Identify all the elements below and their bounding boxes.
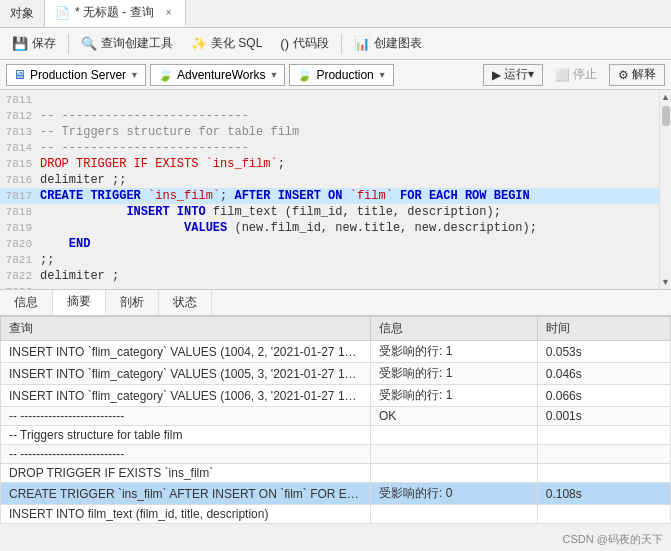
cell-time [537, 505, 670, 524]
cell-query: -- Triggers structure for table film [1, 426, 371, 445]
tab-profile[interactable]: 剖析 [106, 290, 159, 315]
query-builder-button[interactable]: 🔍 查询创建工具 [73, 32, 181, 55]
table-row: INSERT INTO `flim_category` VALUES (1006… [1, 385, 671, 407]
tab-close-btn[interactable]: × [163, 6, 175, 19]
tab-status[interactable]: 状态 [159, 290, 212, 315]
cell-time: 0.046s [537, 363, 670, 385]
database-icon: 🍃 [157, 67, 173, 82]
tab-objects[interactable]: 对象 [0, 0, 45, 27]
create-chart-button[interactable]: 📊 创建图表 [346, 32, 430, 55]
code-snippet-icon: () [280, 36, 289, 51]
table-row: INSERT INTO film_text (film_id, title, d… [1, 505, 671, 524]
result-tabs: 信息 摘要 剖析 状态 [0, 290, 671, 316]
schema-icon: 🍃 [296, 67, 312, 82]
code-editor[interactable]: 7811 7812 -- -------------------------- … [0, 90, 659, 289]
table-header-row: 查询 信息 时间 [1, 317, 671, 341]
table-row: CREATE TRIGGER `ins_film` AFTER INSERT O… [1, 483, 671, 505]
cell-query: DROP TRIGGER IF EXISTS `ins_film` [1, 464, 371, 483]
cell-info: OK [371, 407, 538, 426]
col-info-header: 信息 [371, 317, 538, 341]
explain-button[interactable]: ⚙ 解释 [609, 64, 665, 86]
cell-info [371, 464, 538, 483]
col-time-header: 时间 [537, 317, 670, 341]
code-snippet-button[interactable]: () 代码段 [272, 32, 337, 55]
panels: 7811 7812 -- -------------------------- … [0, 90, 671, 551]
code-line-7811: 7811 [0, 92, 659, 108]
cell-time: 0.108s [537, 483, 670, 505]
cell-time: 0.001s [537, 407, 670, 426]
table-row: INSERT INTO `flim_category` VALUES (1004… [1, 341, 671, 363]
cell-query: INSERT INTO `flim_category` VALUES (1005… [1, 363, 371, 385]
stop-icon: ⬜ [555, 68, 570, 82]
cell-info: 受影响的行: 1 [371, 385, 538, 407]
run-button[interactable]: ▶ 运行▾ [483, 64, 543, 86]
cell-query: -- -------------------------- [1, 445, 371, 464]
scroll-up-arrow[interactable]: ▲ [661, 90, 670, 104]
main-container: 对象 📄 * 无标题 - 查询 × 💾 保存 🔍 查询创建工具 ✨ 美化 SQL… [0, 0, 671, 551]
editor-scrollbar[interactable]: ▲ ▼ [659, 90, 671, 289]
code-line-7813: 7813 -- Triggers structure for table fil… [0, 124, 659, 140]
editor-scroll[interactable]: 7811 7812 -- -------------------------- … [0, 90, 671, 289]
table-row: -- -------------------------- [1, 445, 671, 464]
connection-bar: 🖥 Production Server ▼ 🍃 AdventureWorks ▼… [0, 60, 671, 90]
tab-objects-label: 对象 [10, 5, 34, 22]
cell-time: 0.066s [537, 385, 670, 407]
code-line-7816: 7816 delimiter ;; [0, 172, 659, 188]
database-dropdown-arrow: ▼ [269, 70, 278, 80]
col-query-header: 查询 [1, 317, 371, 341]
cell-time [537, 426, 670, 445]
tab-info[interactable]: 信息 [0, 290, 53, 315]
schema-select[interactable]: 🍃 Production ▼ [289, 64, 393, 86]
cell-info: 受影响的行: 1 [371, 363, 538, 385]
run-icon: ▶ [492, 68, 501, 82]
table-row: INSERT INTO `flim_category` VALUES (1005… [1, 363, 671, 385]
server-icon: 🖥 [13, 67, 26, 82]
table-row: -- --------------------------OK0.001s [1, 407, 671, 426]
cell-time [537, 445, 670, 464]
cell-info: 受影响的行: 1 [371, 341, 538, 363]
code-line-7823: 7823 [0, 284, 659, 289]
scroll-down-arrow[interactable]: ▼ [661, 275, 670, 289]
beautify-button[interactable]: ✨ 美化 SQL [183, 32, 270, 55]
toolbar-sep-2 [341, 34, 342, 54]
code-line-7814: 7814 -- -------------------------- [0, 140, 659, 156]
cell-info: 受影响的行: 0 [371, 483, 538, 505]
schema-dropdown-arrow: ▼ [378, 70, 387, 80]
tab-query[interactable]: 📄 * 无标题 - 查询 × [45, 0, 186, 27]
result-panel: 信息 摘要 剖析 状态 查询 [0, 290, 671, 551]
save-icon: 💾 [12, 36, 28, 51]
beautify-icon: ✨ [191, 36, 207, 51]
code-line-7812: 7812 -- -------------------------- [0, 108, 659, 124]
result-area[interactable]: 查询 信息 时间 INSERT INTO `flim_category` VAL… [0, 316, 671, 551]
editor-panel: 7811 7812 -- -------------------------- … [0, 90, 671, 290]
server-dropdown-arrow: ▼ [130, 70, 139, 80]
code-line-7815: 7815 DROP TRIGGER IF EXISTS `ins_film`; [0, 156, 659, 172]
toolbar-sep-1 [68, 34, 69, 54]
scroll-thumb[interactable] [662, 106, 670, 126]
cell-query: INSERT INTO `flim_category` VALUES (1004… [1, 341, 371, 363]
tab-query-label: * 无标题 - 查询 [75, 4, 154, 21]
code-line-7821: 7821 ;; [0, 252, 659, 268]
save-button[interactable]: 💾 保存 [4, 32, 64, 55]
cell-query: INSERT INTO film_text (film_id, title, d… [1, 505, 371, 524]
cell-time: 0.053s [537, 341, 670, 363]
cell-info [371, 445, 538, 464]
code-line-7818: 7818 INSERT INTO film_text (film_id, tit… [0, 204, 659, 220]
database-select[interactable]: 🍃 AdventureWorks ▼ [150, 64, 285, 86]
toolbar: 💾 保存 🔍 查询创建工具 ✨ 美化 SQL () 代码段 📊 创建图表 [0, 28, 671, 60]
code-line-7820: 7820 END [0, 236, 659, 252]
table-row: DROP TRIGGER IF EXISTS `ins_film` [1, 464, 671, 483]
code-line-7822: 7822 delimiter ; [0, 268, 659, 284]
server-select[interactable]: 🖥 Production Server ▼ [6, 64, 146, 86]
cell-query: INSERT INTO `flim_category` VALUES (1006… [1, 385, 371, 407]
query-builder-icon: 🔍 [81, 36, 97, 51]
tab-query-icon: 📄 [55, 6, 70, 20]
cell-time [537, 464, 670, 483]
tab-summary[interactable]: 摘要 [53, 290, 106, 315]
cell-query: CREATE TRIGGER `ins_film` AFTER INSERT O… [1, 483, 371, 505]
cell-info [371, 505, 538, 524]
code-line-7817: 7817 CREATE TRIGGER `ins_film`; AFTER IN… [0, 188, 659, 204]
cell-query: -- -------------------------- [1, 407, 371, 426]
tab-bar: 对象 📄 * 无标题 - 查询 × [0, 0, 671, 28]
code-line-7819: 7819 VALUES (new.film_id, new.title, new… [0, 220, 659, 236]
